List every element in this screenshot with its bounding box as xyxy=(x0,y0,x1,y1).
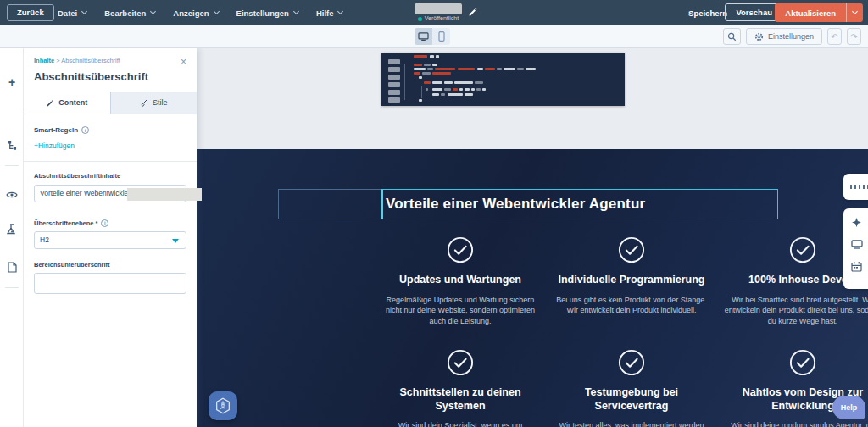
tab-stile[interactable]: Stile xyxy=(111,92,198,114)
help-button[interactable]: Help xyxy=(832,396,865,419)
heading-selection-outline[interactable]: Vorteile einer Webentwickler Agentur xyxy=(381,189,778,219)
sparkle-diamond-icon xyxy=(851,217,862,228)
breadcrumb: Inhalte > Abschnittsüberschrift xyxy=(24,48,197,64)
mobile-view-button[interactable] xyxy=(432,28,450,45)
select-caret-icon xyxy=(172,239,179,243)
menu-anzeigen[interactable]: Anzeigen xyxy=(173,8,218,18)
tab-label: Content xyxy=(58,98,87,107)
save-button[interactable]: Speichern xyxy=(688,8,727,18)
content-field-label: Abschnittsüberschriftinhalte xyxy=(34,172,186,180)
menu-einstellungen[interactable]: Einstellungen xyxy=(236,8,298,18)
chevron-down-icon xyxy=(852,8,858,14)
code-screenshot-image[interactable] xyxy=(381,53,625,106)
chevron-down-icon xyxy=(293,8,299,14)
close-icon[interactable]: × xyxy=(181,56,186,68)
page-document-button[interactable] xyxy=(0,257,24,277)
content-tree-button[interactable] xyxy=(0,136,24,156)
module-editor-panel: Inhalte > Abschnittsüberschrift × Abschn… xyxy=(24,48,197,427)
feature-title: Updates und Wartungen xyxy=(381,274,539,287)
ab-test-button[interactable] xyxy=(0,219,24,239)
feature-row-2: Schnittstellen zu deinen Systemen Wir si… xyxy=(375,349,868,427)
display-button[interactable] xyxy=(850,238,863,251)
heading-level-select[interactable]: H2 xyxy=(34,231,186,249)
drag-ghost-artifact xyxy=(127,188,202,201)
settings-button[interactable]: Einstellungen xyxy=(746,28,822,45)
divider xyxy=(24,161,197,162)
check-circle-icon xyxy=(447,236,474,263)
subheading-input[interactable] xyxy=(34,273,186,294)
check-circle-icon xyxy=(789,349,816,376)
feature-text: Regelmäßige Updates und Wartung sichern … xyxy=(381,295,539,327)
feature-text: Bei uns gibt es kein Produkt von der Sta… xyxy=(553,295,710,316)
test-flask-icon xyxy=(7,224,17,235)
feature-text: Wir sind deine rundum sorglos Agentur, d… xyxy=(724,420,868,427)
check-circle-icon xyxy=(789,236,816,263)
settings-button-label: Einstellungen xyxy=(768,32,814,41)
info-icon[interactable]: i xyxy=(81,126,89,134)
page-canvas: Vorteile einer Webentwickler Agentur Upd… xyxy=(197,48,868,427)
breadcrumb-root[interactable]: Inhalte xyxy=(34,57,54,64)
module-selection-outline[interactable]: Vorteile einer Webentwickler Agentur xyxy=(278,189,778,219)
update-button[interactable]: Aktualisieren xyxy=(775,3,863,22)
redo-button[interactable]: ↷ xyxy=(847,28,861,45)
feature-card[interactable]: Testumgebung bei Servicevertrag Wir test… xyxy=(546,349,717,427)
back-button[interactable]: Zurück xyxy=(7,4,54,21)
add-smart-rule-link[interactable]: +Hinzufügen xyxy=(34,141,186,150)
heading-level-value: H2 xyxy=(40,236,49,244)
chevron-down-icon xyxy=(81,8,87,14)
chevron-down-icon xyxy=(337,8,343,14)
menu-label: Anzeigen xyxy=(173,8,209,18)
publish-status: Veröffentlicht xyxy=(383,15,493,21)
file-icon xyxy=(8,262,17,273)
feature-card[interactable]: Updates und Wartungen Regelmäßige Update… xyxy=(375,236,546,326)
publish-status-label: Veröffentlicht xyxy=(425,15,459,21)
menu-bar: Datei Bearbeiten Anzeigen Einstellungen … xyxy=(58,0,342,25)
menu-label: Einstellungen xyxy=(236,8,289,18)
breadcrumb-current: Abschnittsüberschrift xyxy=(61,57,120,64)
gear-icon xyxy=(754,32,764,42)
page-title-redacted[interactable] xyxy=(415,3,462,14)
feature-text: Wir sind dein Spezialist, wenn es um xyxy=(381,420,539,427)
panel-tabs: Content Stile xyxy=(24,92,197,114)
smart-rules-text: Smart-Regeln xyxy=(34,126,78,134)
update-button-label: Aktualisieren xyxy=(775,3,846,22)
feature-card[interactable]: Schnittstellen zu deinen Systemen Wir si… xyxy=(375,349,546,427)
menu-label: Datei xyxy=(58,8,77,18)
editor-toolbar: Einstellungen ↶ ↷ xyxy=(0,25,868,48)
ai-sparkle-button[interactable] xyxy=(850,216,863,229)
feature-title: Testumgebung bei Servicevertrag xyxy=(553,386,710,413)
undo-button[interactable]: ↶ xyxy=(827,28,842,45)
feature-row-1: Updates und Wartungen Regelmäßige Update… xyxy=(375,236,868,326)
brush-icon xyxy=(140,99,147,107)
add-module-button[interactable]: + xyxy=(0,72,24,92)
feature-card[interactable]: Individuelle Programmierung Bei uns gibt… xyxy=(546,236,717,326)
sitemap-tree-icon xyxy=(7,141,18,152)
site-preview-section: Vorteile einer Webentwickler Agentur Upd… xyxy=(197,149,868,427)
chat-widget-button[interactable] xyxy=(209,391,237,420)
desktop-icon xyxy=(418,32,429,42)
calendar-button[interactable] xyxy=(850,260,863,273)
menu-label: Hilfe xyxy=(316,8,334,18)
feature-title: Individuelle Programmierung xyxy=(553,274,710,287)
update-split-dropdown[interactable] xyxy=(846,3,863,22)
floating-drag-handle-panel[interactable] xyxy=(843,174,868,200)
info-icon[interactable]: i xyxy=(101,219,108,227)
panel-body: Smart-Regeln i +Hinzufügen Abschnittsübe… xyxy=(24,114,197,294)
feature-text: Wir bei Smarttec sind breit aufgestellt.… xyxy=(724,295,868,327)
panel-title: Abschnittsüberschrift xyxy=(24,64,197,92)
preview-visibility-button[interactable] xyxy=(0,185,24,205)
site-section-heading[interactable]: Vorteile einer Webentwickler Agentur xyxy=(383,196,645,213)
menu-hilfe[interactable]: Hilfe xyxy=(316,8,343,18)
menu-datei[interactable]: Datei xyxy=(58,8,86,18)
left-rail: + xyxy=(0,48,24,427)
check-circle-icon xyxy=(618,236,645,263)
tab-content[interactable]: Content xyxy=(24,92,111,114)
menu-bearbeiten[interactable]: Bearbeiten xyxy=(104,8,155,18)
search-button[interactable] xyxy=(723,28,741,45)
hexagon-rocket-icon xyxy=(214,396,232,415)
cms-editor: Zurück Datei Bearbeiten Anzeigen Einstel… xyxy=(0,0,868,427)
desktop-view-button[interactable] xyxy=(415,28,432,45)
device-toggle xyxy=(415,28,450,45)
menu-label: Bearbeiten xyxy=(104,8,146,18)
rail-divider xyxy=(5,165,19,166)
